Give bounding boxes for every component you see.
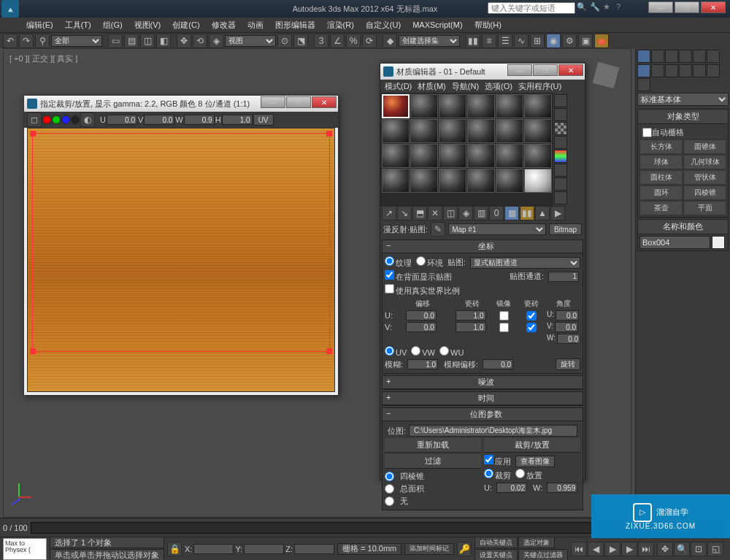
search-icon[interactable]: 🔍	[577, 2, 588, 14]
z-coord-input[interactable]	[294, 544, 334, 554]
mat-menu-modes[interactable]: 模式(D)	[385, 81, 412, 92]
u-angle-input[interactable]	[556, 310, 579, 321]
mat-slot-24[interactable]	[524, 169, 552, 193]
mirror-icon[interactable]: ▮▮	[466, 34, 480, 48]
u-mirror-check[interactable]	[492, 311, 517, 321]
put-library-icon[interactable]: ▥	[474, 206, 488, 220]
menu-tools[interactable]: 工具(T)	[61, 18, 96, 32]
bitmap-path-button[interactable]: C:\Users\Administrator\Desktop\海棠木.jpg	[409, 425, 577, 437]
systems-icon[interactable]	[637, 78, 650, 91]
mat-slot-14[interactable]	[410, 144, 438, 168]
category-select[interactable]: 标准基本体	[637, 93, 729, 106]
mat-slot-19[interactable]	[382, 169, 410, 193]
environ-radio[interactable]: 环境	[416, 256, 443, 269]
object-type-head[interactable]: 对象类型	[638, 110, 728, 124]
sample-type-icon[interactable]	[554, 94, 567, 107]
menu-customize[interactable]: 自定义(U)	[361, 18, 405, 32]
create-tab-icon[interactable]	[637, 50, 650, 63]
next-frame-icon[interactable]: ▶	[621, 542, 637, 556]
spinner-snap-icon[interactable]: ⟳	[362, 34, 377, 48]
menu-animation[interactable]: 动画	[243, 18, 268, 32]
redo-icon[interactable]: ↷	[19, 34, 34, 48]
time-rollout-head[interactable]: 时间	[383, 392, 583, 405]
video-color-icon[interactable]	[554, 150, 567, 163]
autogrid-check[interactable]: 自动栅格	[639, 126, 726, 139]
cylinder-button[interactable]: 圆柱体	[639, 170, 683, 185]
mat-slot-7[interactable]	[382, 119, 410, 143]
crop-close-button[interactable]: ✕	[312, 96, 337, 108]
menu-render[interactable]: 渲染(R)	[323, 18, 358, 32]
mat-slot-4[interactable]	[467, 94, 495, 118]
schematic-icon[interactable]: ⊞	[530, 34, 545, 48]
menu-maxscript[interactable]: MAXScript(M)	[408, 19, 466, 31]
selection-filter[interactable]: 全部	[51, 35, 102, 47]
angle-snap-icon[interactable]: ∠	[330, 34, 345, 48]
backlight-icon[interactable]	[554, 108, 567, 121]
mat-titlebar[interactable]: 材质编辑器 - 01 - Default — □ ✕	[380, 64, 585, 80]
selected-only[interactable]: 选定对象	[518, 537, 555, 548]
crop-u-param[interactable]	[496, 483, 527, 493]
mat-menu-nav[interactable]: 导航(N)	[452, 81, 479, 92]
goto-start-icon[interactable]: ⏮	[571, 542, 587, 556]
mat-slot-6[interactable]	[524, 94, 552, 118]
crop-u-input[interactable]	[107, 115, 137, 125]
x-coord-input[interactable]	[193, 544, 234, 554]
zoom-view-icon[interactable]: 🔍	[674, 542, 690, 556]
filter-pyramid-radio[interactable]: 四棱锥	[385, 470, 481, 483]
assign-material-icon[interactable]: ⬒	[412, 206, 427, 220]
mat-slot-2[interactable]	[410, 94, 438, 118]
shapes-icon[interactable]	[651, 64, 664, 77]
teapot-button[interactable]: 茶壶	[639, 201, 683, 215]
scale-icon[interactable]: ◈	[209, 34, 223, 48]
window-crossing-icon[interactable]: ◧	[156, 34, 171, 48]
show-back-check[interactable]: 在背面显示贴图	[385, 270, 452, 283]
undo-icon[interactable]: ↶	[3, 34, 18, 48]
keyfilter-button[interactable]: 关键点过滤器	[518, 549, 568, 560]
render-setup-icon[interactable]: ⚙	[562, 34, 577, 48]
go-parent-icon[interactable]: ▲	[535, 206, 550, 220]
map-type-button[interactable]: Bitmap	[549, 223, 582, 235]
torus-button[interactable]: 圆环	[639, 185, 683, 200]
lock-selection-icon[interactable]: 🔒	[167, 542, 182, 556]
wu-radio[interactable]: WU	[439, 346, 464, 357]
goto-end-icon[interactable]: ⏭	[638, 542, 654, 556]
mat-close-button[interactable]: ✕	[558, 64, 583, 76]
mat-menu-util[interactable]: 实用程序(U)	[518, 81, 561, 92]
key-icon[interactable]: 🔑	[457, 542, 472, 556]
blur-input[interactable]	[407, 359, 438, 369]
v-mirror-check[interactable]	[492, 323, 517, 332]
bitmap-rollout-head[interactable]: 位图参数	[383, 408, 583, 421]
blur-offset-input[interactable]	[483, 359, 513, 369]
autokey-button[interactable]: 自动关键点	[474, 537, 518, 548]
name-color-head[interactable]: 名称和颜色	[638, 220, 728, 234]
align-icon[interactable]: ≡	[482, 34, 496, 48]
view-image-button[interactable]: 查看图像	[515, 456, 555, 467]
crop-handle-bl[interactable]	[30, 348, 36, 354]
percent-snap-icon[interactable]: %	[346, 34, 361, 48]
mat-slot-16[interactable]	[467, 144, 495, 168]
noise-rollout-head[interactable]: 噪波	[383, 376, 583, 389]
mat-slot-8[interactable]	[410, 119, 438, 143]
put-material-icon[interactable]: ↘	[397, 206, 412, 220]
mat-slot-10[interactable]	[467, 119, 495, 143]
rotate-icon[interactable]: ⟲	[193, 34, 207, 48]
utilities-tab-icon[interactable]	[707, 50, 720, 63]
color-swatch[interactable]	[712, 236, 725, 249]
mat-slot-11[interactable]	[496, 119, 523, 143]
manipulate-icon[interactable]: ⬔	[293, 34, 308, 48]
channel-a-icon[interactable]	[71, 115, 80, 124]
help-search-input[interactable]	[488, 2, 575, 14]
channel-r-icon[interactable]	[42, 115, 51, 124]
channel-g-icon[interactable]	[52, 115, 61, 124]
reset-map-icon[interactable]: ✕	[428, 206, 442, 220]
prev-frame-icon[interactable]: ◀	[588, 542, 604, 556]
texture-preview[interactable]	[27, 128, 335, 392]
crop-region[interactable]	[32, 133, 330, 352]
show-map-icon[interactable]: ▦	[504, 206, 519, 220]
channel-mono-icon[interactable]: ◐	[80, 112, 95, 127]
mat-slot-13[interactable]	[382, 144, 410, 168]
mat-slot-22[interactable]	[467, 169, 495, 193]
sphere-button[interactable]: 球体	[639, 155, 683, 169]
w-angle-input[interactable]	[557, 334, 580, 344]
uv-toggle-button[interactable]: UV	[253, 114, 274, 126]
